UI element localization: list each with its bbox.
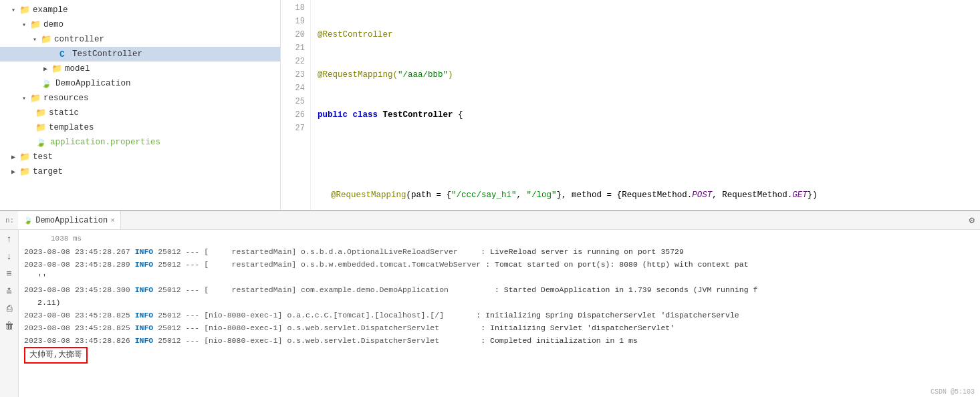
log-line-ms: 1038 ms: [24, 233, 975, 245]
code-content[interactable]: @RestController @RequestMapping("/aaa/bb…: [311, 0, 980, 210]
log-level-6: INFO: [135, 336, 158, 345]
log-ts-3: 2023-08-08 23:45:28.300: [24, 285, 130, 294]
line-numbers: 18 19 20 21 22 23 24 25 26 27: [281, 0, 311, 210]
tree-item-demo[interactable]: ▾ 📁 demo: [0, 17, 280, 32]
log-continuation-2: '': [37, 273, 47, 281]
tree-item-testcontroller[interactable]: C TestController: [0, 47, 280, 61]
toolbar-down-btn[interactable]: ↓: [3, 250, 16, 263]
settings-icon[interactable]: ⚙: [969, 215, 975, 226]
log-line-6: 2023-08-08 23:45:28.826 INFO 25012 --- […: [24, 334, 975, 347]
log-pid-6: 25012 --- [nio-8080-exec-1]: [158, 336, 282, 345]
tree-item-demoapplication[interactable]: 🍃 DemoApplication: [0, 76, 280, 91]
log-level-5: INFO: [135, 323, 158, 332]
code-line-20: public class TestController {: [318, 108, 980, 122]
toolbar-list-btn[interactable]: ≡: [3, 267, 16, 281]
code-line-21: [318, 148, 980, 162]
log-logger-3: com.example.demo.DemoApplication: [301, 285, 490, 294]
toolbar-clear-btn[interactable]: 🗑: [3, 319, 16, 333]
tree-arrow-controller: ▾: [29, 35, 40, 43]
main-area: ▾ 📁 example ▾ 📁 demo ▾ 📁 controller C Te…: [0, 0, 980, 210]
log-line-3b: 2.11): [24, 296, 975, 309]
tab-label-text: DemoApplication: [35, 216, 108, 225]
log-msg-1: LiveReload server is running on port 357…: [490, 247, 684, 256]
bottom-tabs: n: 🍃 DemoApplication × ⚙: [0, 211, 980, 230]
tab-spring-icon: 🍃: [23, 216, 33, 225]
console-body: ↑ ↓ ≡ ≛ ⎙ 🗑 1038 ms 2023-08-08 23:45:28.…: [0, 230, 980, 397]
log-logger-4: o.a.c.c.C.[Tomcat].[localhost].[/]: [287, 311, 471, 319]
output-box: 大帅哥,大掷哥: [24, 347, 88, 364]
log-pid-1: 25012 --- [ restartedMain]: [158, 247, 296, 256]
log-logger-1: o.s.b.d.a.OptionalLiveReloadServer :: [301, 247, 490, 256]
folder-icon-static: 📁: [35, 108, 47, 118]
toolbar-up-btn[interactable]: ↑: [3, 233, 16, 246]
folder-icon-demo: 📁: [29, 19, 41, 30]
log-msg-2: : Tomcat started on port(s): 8080 (http)…: [485, 260, 748, 269]
folder-icon-target: 📁: [19, 166, 31, 177]
log-line-2b: '': [24, 271, 975, 283]
log-msg-5: : Initializing Servlet 'dispatcherServle…: [481, 323, 675, 332]
console-sidebar: ↑ ↓ ≡ ≛ ⎙ 🗑: [0, 230, 19, 397]
tree-item-example[interactable]: ▾ 📁 example: [0, 3, 280, 17]
log-level-1: INFO: [135, 247, 158, 256]
tree-item-model[interactable]: ▶ 📁 model: [0, 61, 280, 76]
tree-item-templates[interactable]: 📁 templates: [0, 120, 280, 135]
log-logger-6: o.s.web.servlet.DispatcherServlet: [287, 336, 476, 345]
log-line-output: 大帅哥,大掷哥: [24, 347, 975, 364]
tree-label-test: test: [33, 152, 53, 162]
code-line-22: @RequestMapping(path = {"/ccc/say_hi", "…: [318, 188, 980, 202]
toolbar-pin-btn[interactable]: ≛: [3, 285, 16, 298]
tab-bar: n: 🍃 DemoApplication ×: [5, 211, 121, 229]
tree-item-appprops[interactable]: 🍃 application.properties: [0, 135, 280, 150]
log-line-5: 2023-08-08 23:45:28.825 INFO 25012 --- […: [24, 321, 975, 334]
file-tree: ▾ 📁 example ▾ 📁 demo ▾ 📁 controller C Te…: [0, 0, 281, 210]
toolbar-print-btn[interactable]: ⎙: [3, 302, 16, 315]
folder-icon-example: 📁: [19, 5, 31, 15]
folder-icon-controller: 📁: [40, 34, 52, 45]
console-log: 1038 ms 2023-08-08 23:45:28.267 INFO 250…: [19, 230, 980, 397]
tree-label-demo: demo: [43, 20, 64, 29]
log-ts-5: 2023-08-08 23:45:28.825: [24, 323, 130, 332]
tree-arrow-resources: ▾: [19, 94, 29, 102]
tree-label-model: model: [65, 64, 90, 74]
watermark: CSDN @5:103: [931, 388, 975, 396]
log-line-4: 2023-08-08 23:45:28.825 INFO 25012 --- […: [24, 309, 975, 321]
tree-arrow-demo: ▾: [19, 21, 29, 29]
tree-label-templates: templates: [49, 123, 94, 132]
log-pid-5: 25012 --- [nio-8080-exec-1]: [158, 323, 282, 332]
log-ts-6: 2023-08-08 23:45:28.826: [24, 336, 130, 345]
code-line-18: @RestController: [318, 28, 980, 41]
tree-arrow-target: ▶: [8, 168, 19, 176]
bottom-panel: n: 🍃 DemoApplication × ⚙ ↑ ↓ ≡ ≛ ⎙ 🗑 103…: [0, 210, 980, 397]
log-level-2: INFO: [135, 260, 158, 269]
log-continuation-3: 2.11): [37, 298, 61, 307]
tree-item-resources[interactable]: ▾ 📁 resources: [0, 91, 280, 106]
tree-label-controller: controller: [54, 35, 104, 44]
log-ts-1: 2023-08-08 23:45:28.267: [24, 247, 130, 256]
log-msg-3: : Started DemoApplication in 1.739 secon…: [495, 285, 757, 294]
log-pid-3: 25012 --- [ restartedMain]: [158, 285, 296, 294]
tree-label-static: static: [49, 108, 79, 118]
log-level-3: INFO: [135, 285, 158, 294]
log-pid-2: 25012 --- [ restartedMain]: [158, 260, 296, 269]
tab-prefix: n:: [5, 217, 14, 225]
log-msg-6: : Completed initialization in 1 ms: [481, 336, 638, 345]
tree-label-example: example: [33, 5, 68, 15]
log-level-4: INFO: [135, 311, 158, 319]
log-pid-4: 25012 --- [nio-8080-exec-1]: [158, 311, 282, 319]
tab-demoapplication[interactable]: 🍃 DemoApplication ×: [18, 211, 121, 229]
tree-label-testcontroller: TestController: [72, 49, 142, 59]
tree-item-controller[interactable]: ▾ 📁 controller: [0, 32, 280, 47]
tree-label-demoapplication: DemoApplication: [55, 79, 131, 88]
tree-arrow-example: ▾: [8, 6, 19, 14]
tree-item-target[interactable]: ▶ 📁 target: [0, 164, 280, 179]
folder-icon-test: 📁: [19, 152, 31, 162]
log-line-1: 2023-08-08 23:45:28.267 INFO 25012 --- […: [24, 245, 975, 258]
tree-arrow-model: ▶: [40, 65, 51, 73]
folder-icon-resources: 📁: [29, 93, 41, 104]
log-line-3: 2023-08-08 23:45:28.300 INFO 25012 --- […: [24, 283, 975, 296]
tree-label-resources: resources: [43, 94, 89, 103]
folder-icon-model: 📁: [51, 63, 63, 74]
tree-item-static[interactable]: 📁 static: [0, 106, 280, 120]
tree-item-test[interactable]: ▶ 📁 test: [0, 150, 280, 164]
tab-close-button[interactable]: ×: [110, 217, 115, 225]
